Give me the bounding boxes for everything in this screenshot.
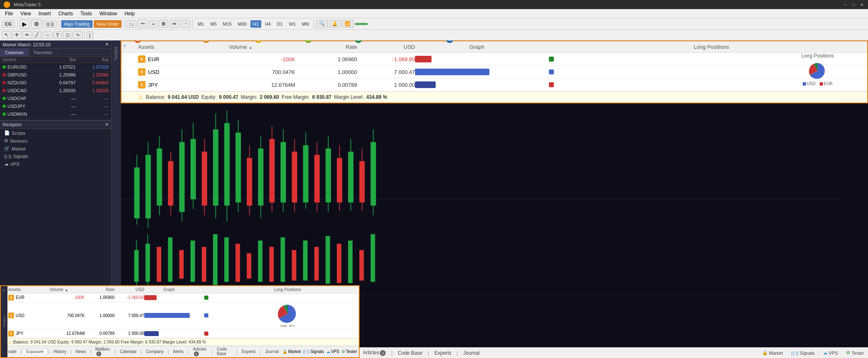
toolbar-icon-3[interactable]: ((·)) [43,20,57,28]
small-sep-11: | [260,349,262,354]
period-sep-btn[interactable]: | [86,31,93,39]
btab-experts[interactable]: Experts [430,349,455,357]
mw-row-usdjpy[interactable]: USDJPY — — [0,103,111,110]
toolbar-icon-4[interactable]: ↑↓ [126,20,136,28]
small-btab-news[interactable]: News [72,349,89,354]
shapes-btn[interactable]: ◻ [63,31,72,39]
small-btab-history[interactable]: History [50,349,69,354]
nav-services[interactable]: ⚙ Services [0,137,111,145]
exposure-close-button[interactable]: × [123,43,126,49]
toolbar-icon-2[interactable]: ⚙ [31,19,42,29]
toolbar-icon-6[interactable]: + [149,20,157,28]
vps-bottom-btn[interactable]: ☁ VPS [820,349,840,356]
tf-m30[interactable]: M30 [235,20,249,28]
line-btn[interactable]: ╱ [33,31,41,39]
crosshair-btn[interactable]: ✛ [12,31,21,39]
tf-mn[interactable]: MN [300,20,312,28]
small-row-eur[interactable]: $ EUR -100K 1.06960 -1 069.60 [1,294,359,302]
tf-h1[interactable]: H1 [250,20,261,28]
exposure-row-usd[interactable]: $ USD 700.047K 1.00000 7 000.47 [122,66,867,79]
small-btab-alerts[interactable]: Alerts [170,349,187,354]
tf-w1[interactable]: W1 [286,20,298,28]
tester-bottom-btn[interactable]: ⚙ Tester [844,349,866,356]
tf-h4[interactable]: H4 [262,20,273,28]
btab-codebase[interactable]: Code Base [394,349,427,357]
menu-insert[interactable]: Insert [35,10,54,17]
algo-trading-button[interactable]: Algo Trading [61,20,93,28]
mw-row-usdcad[interactable]: USDCAD 1.28205 1.28205 [0,87,111,95]
small-btab-exposure[interactable]: Exposure [22,348,47,354]
tf-d1[interactable]: D1 [274,20,285,28]
small-btab-articles[interactable]: Articles1 [190,346,211,357]
mw-row-usdchf[interactable]: USDCHF — — [0,95,111,103]
new-order-button[interactable]: New Order [94,20,122,28]
btab-journal[interactable]: Journal [459,349,484,357]
mw-row-gbpusd[interactable]: GBPUSD 1.25986 1.25986 [0,71,111,79]
small-row-jpy[interactable]: $ JPY 12.6764M 0.00789 1 000.00 [1,329,359,338]
mw-row-nzdusd[interactable]: NZDUSD 0.64797 0.64800 [0,79,111,87]
nav-scripts[interactable]: 📄 Scripts [0,129,111,137]
menu-help[interactable]: Help [121,10,138,17]
menu-view[interactable]: View [17,10,34,17]
mw-row-eurusd[interactable]: EURUSD 1.07021 1.07028 [0,63,111,71]
mw-tab-favorites[interactable]: Favorites [29,49,58,56]
alert-button[interactable]: 🔔 [329,20,341,28]
menu-file[interactable]: File [2,10,16,17]
small-btab-calendar[interactable]: Calendar [117,349,140,354]
toolbar-icon-5[interactable]: 〜 [138,19,148,28]
toolbar-icon-8[interactable]: ⇔ [169,20,179,28]
toolbar-icon-1[interactable]: ▶ [19,19,30,29]
small-btab-journal[interactable]: Journal [262,349,282,354]
nav-signals[interactable]: ((·)) Signals [0,153,111,160]
minimize-button[interactable]: ─ [842,2,848,7]
small-row-usd[interactable]: $ USD 700.047K 1.00000 7 000.47 USD JPY [1,302,359,329]
fib-btn[interactable]: ∿ [73,31,83,39]
market-watch-close[interactable]: ✕ [105,42,109,47]
search-button[interactable]: 🔍 [316,20,328,28]
nav-signals-icon: ((·)) [4,154,12,159]
nav-market[interactable]: 🛒 Market [0,145,111,153]
menu-tools[interactable]: Tools [77,10,95,17]
small-btab-company[interactable]: Company [143,349,167,354]
toolbar-icon-7[interactable]: ⊞ [159,20,168,28]
tf-m5[interactable]: M5 [208,20,219,28]
signals-bottom-btn[interactable]: ((·)) Signals [789,350,817,356]
jpy-bar [415,81,436,88]
exposure-row-jpy[interactable]: $ JPY 12.6764M 0.00789 1 000.00 [122,79,867,91]
close-button[interactable]: ✕ [859,2,865,7]
bottom-right-buttons: 🔒 Market ((·)) Signals ☁ VPS ⚙ Tester [760,349,866,356]
market-bottom-btn[interactable]: 🔒 Market [760,349,786,356]
menu-charts[interactable]: Charts [55,10,76,17]
maximize-button[interactable]: □ [851,2,856,7]
pencil-btn[interactable]: ✏ [22,31,32,39]
small-btab-mailbox[interactable]: Mailbox7 [92,346,114,357]
nav-vps[interactable]: ☁ VPS [0,160,111,168]
badge-4: 4 [305,41,312,43]
small-vps-btn[interactable]: ☁ VPS [326,349,339,354]
mw-row-usdmxn[interactable]: USDMXN — — [0,110,111,118]
exposure-row-eur[interactable]: $ EUR -100K 1.06960 -1 069.60 [122,53,867,66]
btab-articles[interactable]: Articles1 [359,349,390,357]
wifi-button[interactable]: 📶 [342,20,353,28]
toolbar-icon-9[interactable]: ⋯ [180,20,191,28]
cursor-btn[interactable]: ↖ [2,31,11,39]
small-eur-icon: $ [8,295,14,301]
tf-m15[interactable]: M15 [220,20,234,28]
jpy-graph [415,81,539,88]
text-btn[interactable]: T [53,31,62,39]
tf-m1[interactable]: M1 [195,20,206,28]
small-btab-experts[interactable]: Experts [238,349,259,354]
small-btab-codebase[interactable]: Code Base [214,346,236,356]
nav-close[interactable]: ✕ [105,122,109,127]
mw-tab-common[interactable]: Common [0,49,29,56]
usd-graph [415,69,539,75]
legend-usd-dot [803,82,806,86]
small-signals-btn[interactable]: ((·)) Signals [303,349,324,354]
small-tester-btn[interactable]: ⚙ Tester [341,349,357,354]
arrow-btn[interactable]: → [42,31,52,39]
menu-window[interactable]: Window [96,10,121,17]
small-panel-close[interactable]: × [2,288,5,293]
ide-button[interactable]: IDE [2,20,15,28]
svg-rect-64 [303,241,308,281]
small-market-btn[interactable]: 🔒 Market [282,349,301,354]
